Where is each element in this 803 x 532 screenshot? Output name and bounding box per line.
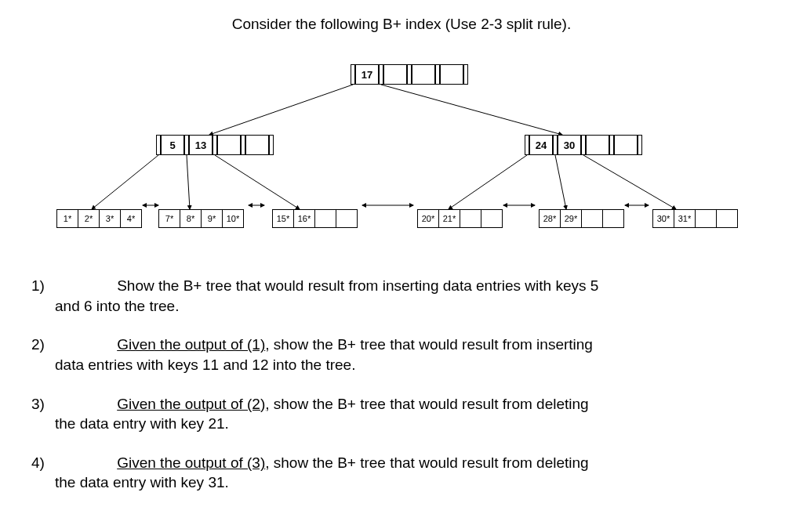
question-continuation: the data entry with key 31.	[55, 472, 772, 493]
question-text: Show the B+ tree that would result from …	[117, 277, 598, 294]
leaf-node-0: 1* 2* 3* 4*	[56, 209, 142, 228]
question-link: Given the output of (1)	[117, 336, 265, 353]
svg-line-1	[381, 85, 562, 135]
question-link: Given the output of (2)	[117, 396, 265, 412]
root-node: 17	[351, 64, 468, 85]
question-text: , show the B+ tree that would result fro…	[265, 336, 593, 353]
svg-line-7	[583, 155, 676, 209]
question-4: 4) Given the output of (3), show the B+ …	[31, 453, 772, 493]
svg-line-6	[555, 155, 566, 209]
svg-line-0	[209, 85, 353, 135]
question-text: , show the B+ tree that would result fro…	[265, 454, 588, 471]
internal-node-right: 24 30	[525, 135, 642, 155]
question-text: , show the B+ tree that would result fro…	[265, 396, 588, 412]
question-continuation: the data entry with key 21.	[55, 414, 772, 434]
tree-connectors	[49, 64, 754, 244]
question-3: 3) Given the output of (2), show the B+ …	[31, 394, 772, 434]
question-continuation: and 6 into the tree.	[55, 296, 772, 317]
svg-line-4	[215, 155, 300, 209]
leaf-node-5: 30* 31*	[652, 209, 738, 228]
leaf-node-4: 28* 29*	[539, 209, 624, 228]
leaf-node-3: 20* 21*	[417, 209, 503, 228]
question-number: 1)	[31, 276, 55, 296]
internal-node-left: 5 13	[156, 135, 274, 155]
question-link: Given the output of (3)	[117, 454, 265, 471]
bplus-tree-diagram: 17 5 13 24 30 1* 2* 3* 4* 7* 8* 9* 10* 1…	[49, 64, 754, 244]
svg-line-5	[449, 155, 527, 209]
question-number: 4)	[31, 453, 55, 473]
question-1: 1) Show the B+ tree that would result fr…	[31, 276, 772, 316]
svg-line-2	[92, 155, 158, 209]
question-number: 2)	[31, 335, 55, 355]
question-2: 2) Given the output of (1), show the B+ …	[31, 335, 772, 375]
leaf-node-1: 7* 8* 9* 10*	[158, 209, 244, 228]
question-continuation: data entries with keys 11 and 12 into th…	[55, 355, 772, 375]
svg-line-3	[187, 155, 190, 209]
question-list: 1) Show the B+ tree that would result fr…	[31, 276, 772, 493]
question-number: 3)	[31, 394, 55, 414]
page-title: Consider the following B+ index (Use 2-3…	[31, 16, 772, 33]
leaf-node-2: 15* 16*	[272, 209, 358, 228]
